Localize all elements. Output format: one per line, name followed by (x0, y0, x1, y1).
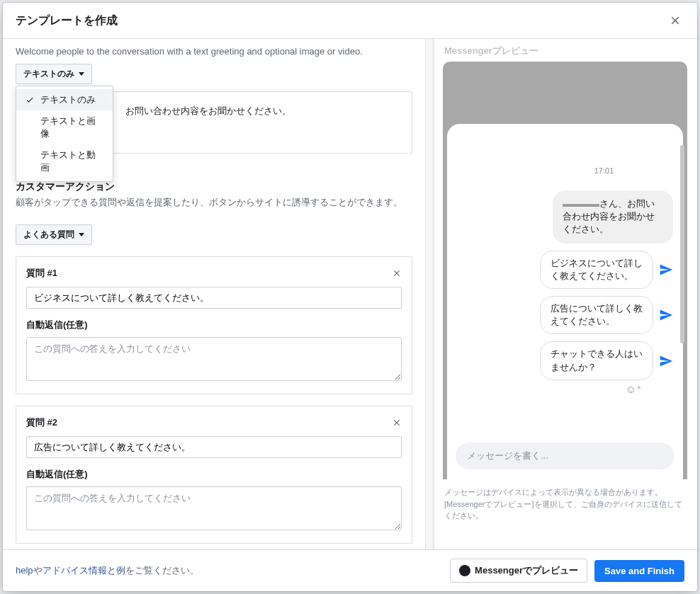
customer-action-dropdown-label: よくある質問 (23, 229, 74, 241)
send-icon[interactable] (659, 308, 673, 322)
auto-reply-1-textarea[interactable] (26, 337, 402, 381)
phone-screen: 17:01 ▬▬▬▬さん、お問い合わせ内容をお聞かせください。 ビジネスについて… (447, 124, 683, 479)
modal-body: Welcome people to the conversation with … (3, 39, 697, 549)
messenger-icon (459, 565, 470, 576)
modal-window: テンプレートを作成 Welcome people to the conversa… (3, 3, 697, 591)
footer-actions: Messengerでプレビュー Save and Finish (450, 559, 684, 583)
preview-heading: Messengerプレビュー (443, 39, 687, 60)
message-input-bar[interactable]: メッセージを書く... (456, 442, 674, 469)
question-header: 質問 #2 (26, 416, 402, 429)
reaction-icon[interactable]: ☺⁺ (457, 383, 673, 396)
checkmark-icon (25, 96, 35, 104)
suggestion-row-1: ビジネスについて詳しく教えてください。 (457, 251, 673, 289)
modal-header: テンプレートを作成 (3, 3, 697, 39)
close-modal-button[interactable] (666, 11, 684, 30)
customer-action-title: カスタマーアクション (16, 181, 412, 193)
greeting-dropdown-button[interactable]: テキストのみ (16, 64, 92, 84)
phone-frame: 17:01 ▬▬▬▬さん、お問い合わせ内容をお聞かせください。 ビジネスについて… (443, 62, 687, 479)
save-finish-button[interactable]: Save and Finish (594, 560, 684, 582)
dropdown-item-text-video[interactable]: テキストと動画 (16, 144, 113, 178)
dropdown-item-label: テキストのみ (40, 93, 96, 106)
customer-action-description: 顧客がタップできる質問や返信を提案したり、ボタンからサイトに誘導することができま… (16, 196, 412, 209)
question-2-label: 質問 #2 (26, 416, 57, 429)
phone-scrollbar[interactable] (680, 145, 684, 343)
send-icon[interactable] (659, 354, 673, 368)
left-panel: Welcome people to the conversation with … (3, 39, 425, 549)
footer-suffix: をご覧ください。 (125, 565, 199, 576)
send-icon[interactable] (659, 263, 673, 277)
dropdown-item-text-image[interactable]: テキストと画像 (16, 110, 113, 144)
auto-reply-1-label: 自動返信(任意) (26, 319, 402, 331)
caret-down-icon (79, 72, 84, 76)
caret-down-icon (79, 233, 84, 236)
close-icon (392, 418, 402, 428)
greeting-bubble: ▬▬▬▬さん、お問い合わせ内容をお聞かせください。 (553, 190, 673, 244)
messenger-preview-label: Messengerでプレビュー (475, 564, 578, 577)
modal-title: テンプレートを作成 (16, 13, 118, 28)
customer-action-dropdown[interactable]: よくある質問 (16, 224, 92, 245)
auto-reply-2-textarea[interactable] (26, 486, 402, 530)
messenger-preview-button[interactable]: Messengerでプレビュー (450, 559, 587, 583)
chat-timestamp: 17:01 (457, 166, 673, 175)
suggestion-1-bubble[interactable]: ビジネスについて詳しく教えてください。 (540, 251, 653, 289)
question-header: 質問 #1 (26, 267, 402, 280)
greeting-type-dropdown[interactable]: テキストのみ テキストのみ テキストと画像 テキストと動画 (16, 64, 92, 84)
remove-question-1-button[interactable] (392, 268, 402, 278)
remove-question-2-button[interactable] (392, 418, 402, 428)
advice-link[interactable]: アドバイス情報と例 (43, 565, 125, 576)
customer-action-section: カスタマーアクション 顧客がタップできる質問や返信を提案したり、ボタンからサイト… (16, 181, 412, 544)
greeting-dropdown-menu: テキストのみ テキストと画像 テキストと動画 (16, 86, 113, 182)
preview-disclaimer: メッセージはデバイスによって表示が異なる場合があります。[Messengerでプ… (443, 486, 687, 525)
question-card-1: 質問 #1 自動返信(任意) (16, 256, 412, 394)
suggestion-3-bubble[interactable]: チャットできる人はいませんか？ (540, 341, 653, 379)
question-card-2: 質問 #2 自動返信(任意) (16, 406, 412, 544)
chat-area: 17:01 ▬▬▬▬さん、お問い合わせ内容をお聞かせください。 ビジネスについて… (447, 124, 683, 433)
suggestion-row-2: 広告について詳しく教えてください。 (457, 296, 673, 334)
modal-footer: helpやアドバイス情報と例をご覧ください。 Messengerでプレビュー S… (3, 549, 697, 591)
footer-help-text: helpやアドバイス情報と例をご覧ください。 (16, 564, 199, 577)
question-1-input[interactable] (26, 287, 402, 309)
dropdown-item-label: テキストと動画 (40, 149, 104, 174)
customer-action-dropdown-button[interactable]: よくある質問 (16, 224, 92, 245)
close-icon (669, 14, 682, 27)
dropdown-item-text-only[interactable]: テキストのみ (16, 89, 113, 110)
question-1-label: 質問 #1 (26, 267, 57, 280)
auto-reply-2-label: 自動返信(任意) (26, 468, 402, 481)
greeting-description: Welcome people to the conversation with … (16, 46, 412, 57)
close-icon (392, 268, 402, 278)
help-link[interactable]: help (16, 565, 33, 576)
suggestion-2-bubble[interactable]: 広告について詳しく教えてください。 (540, 296, 653, 334)
dropdown-item-label: テキストと画像 (40, 115, 104, 140)
right-preview-panel: Messengerプレビュー 17:01 ▬▬▬▬さん、お問い合わせ内容をお聞か… (434, 39, 697, 549)
greeting-dropdown-label: テキストのみ (23, 68, 74, 80)
question-2-input[interactable] (26, 436, 402, 458)
left-panel-scrollbar[interactable] (425, 39, 434, 549)
suggestion-row-3: チャットできる人はいませんか？ (457, 341, 673, 379)
footer-ya: や (33, 565, 43, 576)
